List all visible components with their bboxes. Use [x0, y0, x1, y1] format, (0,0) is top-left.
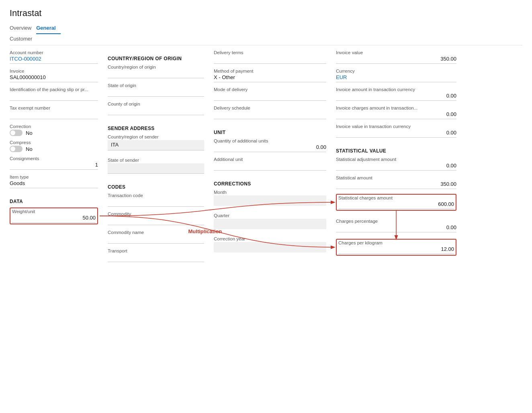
consignments-value: 1	[10, 162, 98, 170]
stat-charges-label: Statistical charges amount	[338, 195, 454, 200]
country-region-origin-label: Country/region of origin	[108, 65, 204, 69]
stat-adjustment-label: Statistical adjustment amount	[336, 157, 456, 162]
additional-unit-label: Additional unit	[214, 157, 326, 162]
sender-address-header: SENDER ADDRESS	[108, 126, 204, 131]
invoice-value-trans-label: Invoice value in transaction currency	[336, 124, 456, 129]
county-of-origin-value	[108, 107, 204, 115]
col-4: Invoice value 350.00 Currency EUR Invoic…	[336, 50, 456, 260]
tax-exempt-value	[10, 111, 98, 119]
county-of-origin-label: County of origin	[108, 102, 204, 106]
quarter-group: Quarter	[214, 213, 326, 229]
main-layout: Account number ITCO-000002 Invoice SAL00…	[10, 50, 522, 267]
correction-toggle-row: No	[10, 130, 98, 136]
compress-toggle-row: No	[10, 146, 98, 152]
quarter-label: Quarter	[214, 213, 326, 218]
state-of-origin-group: State of origin	[108, 83, 204, 97]
tax-exempt-label: Tax exempt number	[10, 106, 98, 110]
weight-unit-group: Weight/unit 50.00	[10, 208, 98, 224]
mode-of-delivery-label: Mode of delivery	[214, 87, 326, 92]
delivery-schedule-value	[214, 111, 326, 119]
corrections-header: CORRECTIONS	[214, 181, 326, 187]
month-group: Month	[214, 190, 326, 206]
mode-of-delivery-group: Mode of delivery	[214, 87, 326, 101]
packing-slip-label: Identification of the packing slip or pr…	[10, 87, 98, 92]
tab-general[interactable]: General	[36, 23, 60, 34]
commodity-name-label: Commodity name	[108, 230, 204, 235]
packing-slip-group: Identification of the packing slip or pr…	[10, 87, 98, 101]
method-of-payment-label: Method of payment	[214, 69, 326, 73]
commodity-group: Commodity	[108, 212, 204, 225]
qty-additional-units-group: Quantity of additional units 0.00	[214, 138, 326, 152]
weight-unit-label: Weight/unit	[12, 209, 96, 214]
correction-year-label: Correction year	[214, 236, 326, 241]
packing-slip-value	[10, 93, 98, 101]
consignments-label: Consignments	[10, 156, 98, 161]
commodity-name-group: Commodity name	[108, 230, 204, 244]
compress-label: Compress	[10, 140, 98, 145]
quarter-value[interactable]	[214, 219, 326, 229]
invoice-value: SAL000000010	[10, 74, 98, 82]
compress-toggle[interactable]	[10, 146, 23, 152]
delivery-terms-label: Delivery terms	[214, 50, 326, 55]
state-of-origin-value	[108, 89, 204, 97]
additional-unit-group: Additional unit	[214, 157, 326, 171]
divider	[10, 45, 522, 45]
statistical-value-header: STATISTICAL VALUE	[336, 148, 456, 154]
qty-additional-units-value: 0.00	[214, 144, 326, 152]
invoice-group: Invoice SAL000000010	[10, 69, 98, 82]
currency-label: Currency	[336, 69, 456, 73]
charges-percentage-value: 0.00	[336, 224, 456, 232]
state-of-sender-value[interactable]	[108, 163, 204, 174]
county-of-origin-group: County of origin	[108, 102, 204, 115]
subtab-customer[interactable]: Customer	[10, 35, 522, 43]
delivery-terms-group: Delivery terms	[214, 50, 326, 64]
additional-unit-value	[214, 163, 326, 171]
item-type-label: Item type	[10, 175, 98, 179]
correction-toggle[interactable]	[10, 130, 23, 136]
delivery-schedule-group: Delivery schedule	[214, 106, 326, 119]
invoice-charges-trans-value: 0.00	[336, 111, 456, 119]
charges-per-kg-group: Charges per kilogram 12.00	[336, 239, 456, 256]
transaction-code-label: Transaction code	[108, 193, 204, 198]
month-label: Month	[214, 190, 326, 195]
statistical-amount-group: Statistical amount 350.00	[336, 175, 456, 189]
charges-per-kg-label: Charges per kilogram	[338, 240, 454, 245]
codes-header: CODES	[108, 184, 204, 190]
col-3: Delivery terms Method of payment X - Oth…	[214, 50, 326, 257]
invoice-value-group: Invoice value 350.00	[336, 50, 456, 64]
state-of-origin-label: State of origin	[108, 83, 204, 88]
currency-value[interactable]: EUR	[336, 74, 456, 82]
commodity-value	[108, 217, 204, 225]
statistical-amount-value: 350.00	[336, 181, 456, 189]
unit-header: UNIT	[214, 130, 326, 135]
stat-charges-group: Statistical charges amount 600.00	[336, 194, 456, 211]
data-header: DATA	[10, 199, 98, 204]
invoice-label: Invoice	[10, 69, 98, 73]
country-region-sender-label: Country/region of sender	[108, 134, 204, 139]
invoice-value-value: 350.00	[336, 56, 456, 64]
invoice-amt-trans-value: 0.00	[336, 93, 456, 101]
invoice-amt-trans-label: Invoice amount in transaction currency	[336, 87, 456, 92]
stat-adjustment-group: Statistical adjustment amount 0.00	[336, 157, 456, 171]
transaction-code-value	[108, 199, 204, 207]
country-region-origin-value	[108, 70, 204, 78]
transaction-code-group: Transaction code	[108, 193, 204, 207]
stat-adjustment-value: 0.00	[336, 163, 456, 171]
invoice-amt-trans-group: Invoice amount in transaction currency 0…	[336, 87, 456, 101]
compress-toggle-label: No	[26, 146, 33, 152]
charges-percentage-group: Charges percentage 0.00	[336, 219, 456, 232]
col-left: Account number ITCO-000002 Invoice SAL00…	[10, 50, 98, 229]
tab-bar: Overview General	[10, 23, 522, 34]
mode-of-delivery-value	[214, 93, 326, 101]
month-value[interactable]	[214, 195, 326, 206]
account-number-value[interactable]: ITCO-000002	[10, 56, 98, 64]
state-of-sender-label: State of sender	[108, 158, 204, 163]
tax-exempt-group: Tax exempt number	[10, 106, 98, 119]
correction-year-value[interactable]	[214, 242, 326, 252]
correction-year-group: Correction year	[214, 236, 326, 252]
weight-unit-value: 50.00	[12, 215, 96, 223]
tab-overview[interactable]: Overview	[10, 23, 36, 34]
invoice-value-trans-value: 0.00	[336, 130, 456, 138]
charges-percentage-label: Charges percentage	[336, 219, 456, 224]
country-region-sender-value[interactable]: ITA	[108, 140, 204, 151]
